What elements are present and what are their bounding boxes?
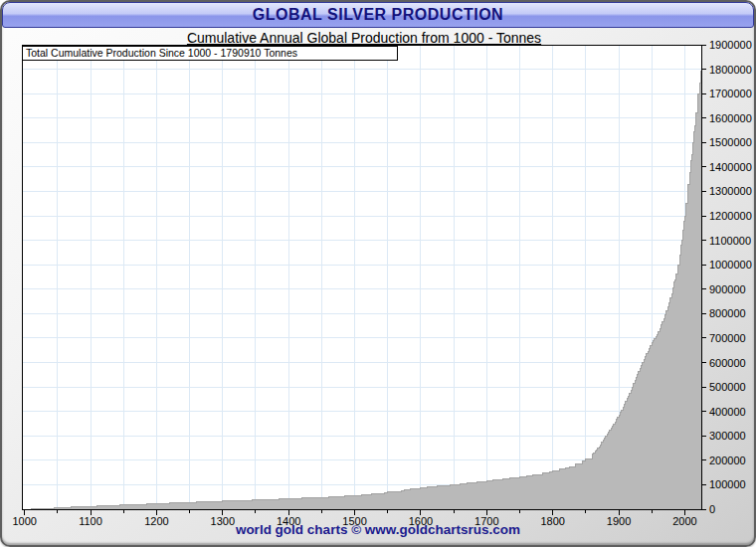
total-production-annotation-box: Total Cumulative Production Since 1000 -… xyxy=(22,46,398,61)
y-axis-tick-label: 900000 xyxy=(709,283,746,295)
chart-title: GLOBAL SILVER PRODUCTION xyxy=(253,6,503,23)
y-axis-tick-label: 1500000 xyxy=(709,136,752,148)
y-axis-tick-label: 300000 xyxy=(709,430,746,442)
y-axis-tick-label: 400000 xyxy=(709,406,746,418)
y-axis-tick-label: 200000 xyxy=(709,455,746,466)
y-axis-tick-label: 500000 xyxy=(709,381,746,393)
y-axis-tick-label: 700000 xyxy=(709,332,746,344)
y-axis-tick-label: 1100000 xyxy=(709,235,751,247)
watermark-credit: world gold charts © www.goldchartsrus.co… xyxy=(0,522,756,537)
y-axis-tick-label: 600000 xyxy=(709,357,746,369)
chart-window: 1000110012001300140015001600170018001900… xyxy=(0,0,756,547)
y-axis-tick-label: 100000 xyxy=(709,478,746,490)
y-axis-tick-label: 1700000 xyxy=(709,88,752,99)
chart-canvas: 1000110012001300140015001600170018001900… xyxy=(0,0,756,547)
y-axis-tick-label: 1200000 xyxy=(709,210,752,222)
y-axis-tick-label: 0 xyxy=(709,503,715,515)
y-axis-tick-label: 1300000 xyxy=(709,185,752,197)
y-axis-tick-label: 1000000 xyxy=(709,259,752,271)
chart-subtitle: Cumulative Annual Global Production from… xyxy=(0,30,728,46)
y-axis-tick-label: 800000 xyxy=(709,307,746,319)
header-bar: GLOBAL SILVER PRODUCTION xyxy=(2,2,754,28)
y-axis-tick-label: 1400000 xyxy=(709,161,752,173)
y-axis-tick-label: 1800000 xyxy=(709,64,752,76)
y-axis-tick-label: 1600000 xyxy=(709,112,752,124)
